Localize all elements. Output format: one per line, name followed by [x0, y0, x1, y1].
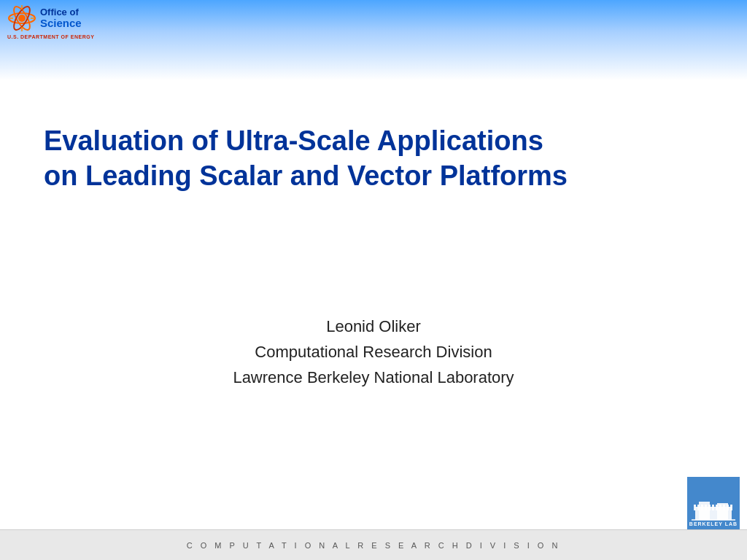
svg-point-0: [18, 15, 26, 22]
svg-rect-13: [701, 505, 703, 510]
logo-office-text: Office of: [40, 7, 82, 18]
bottom-bar-text: C O M P U T A T I O N A L R E S E A R C …: [187, 541, 561, 550]
svg-rect-10: [717, 503, 728, 520]
main-title-block: Evaluation of Ultra-Scale Applications o…: [44, 124, 703, 193]
svg-rect-9: [699, 502, 710, 520]
svg-rect-12: [697, 505, 700, 510]
author-block: Leonid Oliker Computational Research Div…: [0, 314, 747, 391]
svg-rect-16: [712, 505, 714, 510]
logo-icon: Office of Science: [7, 4, 82, 33]
title-line2: on Leading Scalar and Vector Platforms: [44, 160, 568, 191]
berkeley-building-icon: [692, 489, 735, 521]
author-division: Computational Research Division: [0, 339, 747, 365]
author-lab: Lawrence Berkeley National Laboratory: [0, 365, 747, 390]
title-line1: Evaluation of Ultra-Scale Applications: [44, 125, 543, 156]
svg-rect-15: [708, 505, 711, 510]
presentation-title: Evaluation of Ultra-Scale Applications o…: [44, 124, 703, 193]
svg-rect-14: [705, 505, 707, 510]
svg-rect-19: [723, 505, 725, 510]
logo-area: Office of Science U.S. DEPARTMENT OF ENE…: [7, 4, 120, 40]
author-name: Leonid Oliker: [0, 314, 747, 339]
logo-text-block: Office of Science: [40, 7, 82, 30]
svg-rect-21: [730, 505, 732, 510]
bottom-bar: C O M P U T A T I O N A L R E S E A R C …: [0, 529, 747, 560]
logo-science-text: Science: [40, 18, 82, 30]
atom-icon: [7, 4, 36, 33]
svg-rect-11: [694, 505, 696, 510]
svg-rect-20: [727, 505, 729, 510]
svg-rect-17: [716, 505, 718, 510]
logo-dept-text: U.S. DEPARTMENT OF ENERGY: [7, 34, 94, 39]
berkeley-lab-logo: BERKELEY LAB: [687, 477, 740, 529]
berkeley-label-text: BERKELEY LAB: [689, 521, 738, 526]
svg-rect-18: [719, 505, 721, 510]
